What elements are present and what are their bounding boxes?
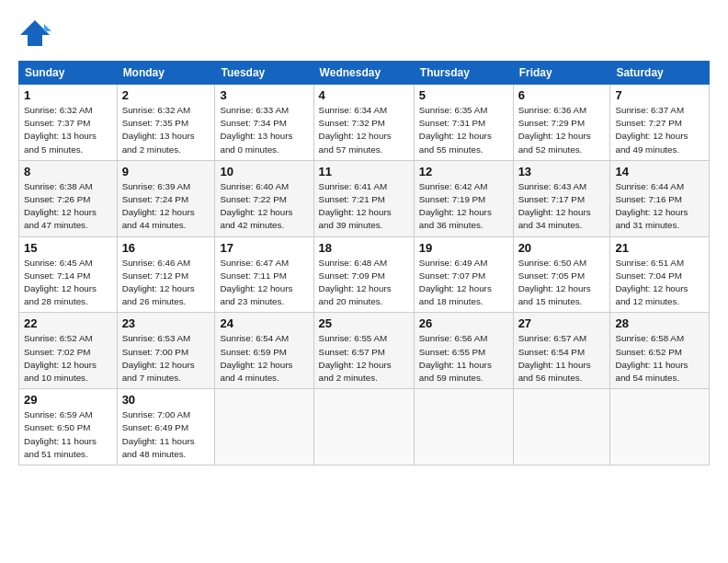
day-info: Sunrise: 6:54 AM Sunset: 6:59 PM Dayligh…: [220, 332, 308, 385]
calendar-cell: 13Sunrise: 6:43 AM Sunset: 7:17 PM Dayli…: [513, 160, 610, 236]
day-number: 24: [220, 316, 308, 330]
calendar: SundayMondayTuesdayWednesdayThursdayFrid…: [18, 61, 710, 465]
day-info: Sunrise: 6:37 AM Sunset: 7:27 PM Dayligh…: [615, 104, 704, 156]
day-info: Sunrise: 6:57 AM Sunset: 6:54 PM Dayligh…: [518, 332, 606, 385]
day-number: 2: [122, 88, 210, 102]
day-info: Sunrise: 6:47 AM Sunset: 7:11 PM Dayligh…: [220, 257, 308, 309]
calendar-cell: 6Sunrise: 6:36 AM Sunset: 7:29 PM Daylig…: [513, 85, 610, 161]
day-number: 26: [419, 316, 508, 330]
calendar-week-5: 29Sunrise: 6:59 AM Sunset: 6:50 PM Dayli…: [19, 389, 710, 465]
calendar-cell: 15Sunrise: 6:45 AM Sunset: 7:14 PM Dayli…: [19, 236, 118, 313]
day-number: 15: [24, 241, 112, 255]
day-info: Sunrise: 7:00 AM Sunset: 6:49 PM Dayligh…: [122, 408, 210, 461]
day-number: 22: [24, 316, 112, 330]
day-number: 16: [122, 241, 210, 255]
calendar-cell: 8Sunrise: 6:38 AM Sunset: 7:26 PM Daylig…: [19, 160, 118, 236]
header: [18, 17, 710, 50]
calendar-cell: 14Sunrise: 6:44 AM Sunset: 7:16 PM Dayli…: [610, 160, 710, 236]
calendar-week-1: 1Sunrise: 6:32 AM Sunset: 7:37 PM Daylig…: [19, 85, 710, 161]
calendar-cell: 30Sunrise: 7:00 AM Sunset: 6:49 PM Dayli…: [117, 389, 215, 465]
calendar-header-friday: Friday: [513, 62, 610, 85]
calendar-cell: 29Sunrise: 6:59 AM Sunset: 6:50 PM Dayli…: [19, 389, 118, 465]
day-info: Sunrise: 6:39 AM Sunset: 7:24 PM Dayligh…: [122, 180, 210, 233]
day-info: Sunrise: 6:49 AM Sunset: 7:07 PM Dayligh…: [419, 257, 508, 309]
day-info: Sunrise: 6:32 AM Sunset: 7:35 PM Dayligh…: [122, 104, 210, 156]
day-number: 23: [122, 316, 210, 330]
calendar-cell: [313, 389, 414, 465]
calendar-header-wednesday: Wednesday: [313, 62, 414, 85]
day-number: 1: [24, 88, 112, 102]
day-info: Sunrise: 6:59 AM Sunset: 6:50 PM Dayligh…: [24, 408, 112, 461]
calendar-cell: 20Sunrise: 6:50 AM Sunset: 7:05 PM Dayli…: [513, 236, 610, 313]
calendar-cell: 3Sunrise: 6:33 AM Sunset: 7:34 PM Daylig…: [215, 85, 313, 161]
day-info: Sunrise: 6:48 AM Sunset: 7:09 PM Dayligh…: [319, 257, 409, 309]
day-number: 9: [122, 165, 210, 178]
calendar-header-tuesday: Tuesday: [215, 62, 313, 85]
calendar-cell: 4Sunrise: 6:34 AM Sunset: 7:32 PM Daylig…: [313, 85, 414, 161]
day-number: 3: [220, 88, 308, 102]
day-number: 17: [220, 241, 308, 255]
calendar-cell: 9Sunrise: 6:39 AM Sunset: 7:24 PM Daylig…: [117, 160, 215, 236]
day-number: 10: [220, 165, 308, 178]
day-info: Sunrise: 6:53 AM Sunset: 7:00 PM Dayligh…: [122, 332, 210, 385]
day-info: Sunrise: 6:55 AM Sunset: 6:57 PM Dayligh…: [319, 332, 409, 385]
day-info: Sunrise: 6:34 AM Sunset: 7:32 PM Dayligh…: [319, 104, 409, 156]
day-info: Sunrise: 6:40 AM Sunset: 7:22 PM Dayligh…: [220, 180, 308, 233]
logo-icon: [18, 17, 51, 50]
day-number: 25: [319, 316, 409, 330]
calendar-cell: 1Sunrise: 6:32 AM Sunset: 7:37 PM Daylig…: [19, 85, 118, 161]
day-number: 13: [518, 165, 606, 178]
day-number: 21: [615, 241, 704, 255]
calendar-cell: 10Sunrise: 6:40 AM Sunset: 7:22 PM Dayli…: [215, 160, 313, 236]
calendar-cell: 16Sunrise: 6:46 AM Sunset: 7:12 PM Dayli…: [117, 236, 215, 313]
day-info: Sunrise: 6:52 AM Sunset: 7:02 PM Dayligh…: [24, 332, 112, 385]
calendar-cell: [414, 389, 513, 465]
day-info: Sunrise: 6:56 AM Sunset: 6:55 PM Dayligh…: [419, 332, 508, 385]
day-number: 30: [122, 393, 210, 407]
calendar-cell: 11Sunrise: 6:41 AM Sunset: 7:21 PM Dayli…: [313, 160, 414, 236]
calendar-cell: [215, 389, 313, 465]
calendar-cell: 18Sunrise: 6:48 AM Sunset: 7:09 PM Dayli…: [313, 236, 414, 313]
page: SundayMondayTuesdayWednesdayThursdayFrid…: [0, 0, 728, 563]
calendar-cell: [513, 389, 610, 465]
day-info: Sunrise: 6:35 AM Sunset: 7:31 PM Dayligh…: [419, 104, 508, 156]
day-info: Sunrise: 6:51 AM Sunset: 7:04 PM Dayligh…: [615, 257, 704, 309]
logo: [18, 17, 55, 50]
day-number: 19: [419, 241, 508, 255]
day-number: 18: [319, 241, 409, 255]
day-number: 29: [24, 393, 112, 407]
day-info: Sunrise: 6:58 AM Sunset: 6:52 PM Dayligh…: [615, 332, 704, 385]
calendar-cell: 24Sunrise: 6:54 AM Sunset: 6:59 PM Dayli…: [215, 313, 313, 389]
calendar-cell: 21Sunrise: 6:51 AM Sunset: 7:04 PM Dayli…: [610, 236, 710, 313]
day-number: 28: [615, 316, 704, 330]
calendar-cell: 12Sunrise: 6:42 AM Sunset: 7:19 PM Dayli…: [414, 160, 513, 236]
day-number: 14: [615, 165, 704, 178]
calendar-header-monday: Monday: [117, 62, 215, 85]
day-info: Sunrise: 6:45 AM Sunset: 7:14 PM Dayligh…: [24, 257, 112, 309]
calendar-cell: 7Sunrise: 6:37 AM Sunset: 7:27 PM Daylig…: [610, 85, 710, 161]
calendar-cell: 5Sunrise: 6:35 AM Sunset: 7:31 PM Daylig…: [414, 85, 513, 161]
calendar-cell: 19Sunrise: 6:49 AM Sunset: 7:07 PM Dayli…: [414, 236, 513, 313]
day-number: 8: [24, 165, 112, 178]
calendar-week-3: 15Sunrise: 6:45 AM Sunset: 7:14 PM Dayli…: [19, 236, 710, 313]
day-info: Sunrise: 6:46 AM Sunset: 7:12 PM Dayligh…: [122, 257, 210, 309]
calendar-cell: 23Sunrise: 6:53 AM Sunset: 7:00 PM Dayli…: [117, 313, 215, 389]
day-info: Sunrise: 6:50 AM Sunset: 7:05 PM Dayligh…: [518, 257, 606, 309]
day-number: 27: [518, 316, 606, 330]
day-number: 20: [518, 241, 606, 255]
day-info: Sunrise: 6:32 AM Sunset: 7:37 PM Dayligh…: [24, 104, 112, 156]
calendar-cell: 27Sunrise: 6:57 AM Sunset: 6:54 PM Dayli…: [513, 313, 610, 389]
day-info: Sunrise: 6:42 AM Sunset: 7:19 PM Dayligh…: [419, 180, 508, 233]
calendar-cell: 2Sunrise: 6:32 AM Sunset: 7:35 PM Daylig…: [117, 85, 215, 161]
day-info: Sunrise: 6:38 AM Sunset: 7:26 PM Dayligh…: [24, 180, 112, 233]
calendar-header-thursday: Thursday: [414, 62, 513, 85]
day-number: 11: [319, 165, 409, 178]
day-info: Sunrise: 6:44 AM Sunset: 7:16 PM Dayligh…: [615, 180, 704, 233]
calendar-week-2: 8Sunrise: 6:38 AM Sunset: 7:26 PM Daylig…: [19, 160, 710, 236]
day-number: 6: [518, 88, 606, 102]
day-number: 4: [319, 88, 409, 102]
calendar-header-sunday: Sunday: [19, 62, 118, 85]
calendar-cell: [610, 389, 710, 465]
calendar-header-saturday: Saturday: [610, 62, 710, 85]
day-info: Sunrise: 6:41 AM Sunset: 7:21 PM Dayligh…: [319, 180, 409, 233]
